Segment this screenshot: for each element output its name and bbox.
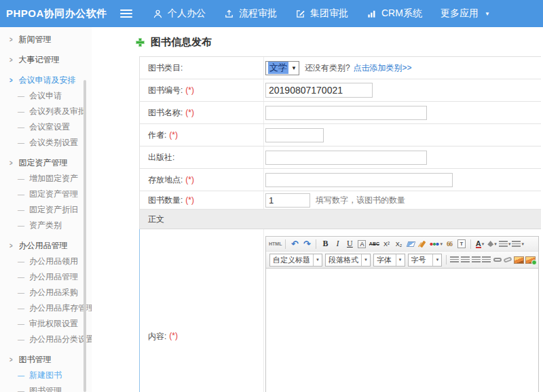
sidebar-item-office-supplies-category-settings[interactable]: —办公用品分类设置 [0, 332, 92, 347]
redo-button[interactable]: ↷ [301, 238, 312, 250]
topbar-item-more-apps[interactable]: 更多应用▼ [441, 7, 490, 20]
blockquote-button[interactable]: 66 [444, 238, 455, 250]
caret-down-icon: ▼ [485, 11, 490, 17]
align-left-button[interactable] [450, 254, 460, 267]
app-logo[interactable]: PHPOA协同办公软件 [0, 7, 120, 20]
sidebar-item-new-book[interactable]: —新建图书 [0, 368, 92, 383]
sidebar-item-label: 会议申请及安排 [18, 75, 75, 86]
book-no-label: 图书编号: (*) [140, 79, 264, 101]
category-select[interactable]: 文学 ▼ [265, 61, 299, 75]
sidebar-item-office-supplies-mgmt-sub[interactable]: —办公用品管理 [0, 269, 92, 285]
sidebar-item-fixed-asset-mgmt[interactable]: >固定资产管理 [0, 155, 92, 171]
sidebar-item-meeting-list-approval[interactable]: —会议列表及审批 [0, 104, 92, 119]
dash-icon: — [18, 320, 24, 328]
insert-image-button[interactable] [514, 254, 524, 267]
superscript-button[interactable]: X² [381, 238, 392, 250]
required-mark: (*) [169, 331, 178, 340]
insert-image-icon [514, 256, 524, 264]
strikethrough-button[interactable]: ABC [369, 238, 379, 250]
align-justify-button[interactable] [482, 254, 491, 267]
body-section-header: 正文 [139, 210, 541, 229]
sidebar-item-approval-permission-settings[interactable]: —审批权限设置 [0, 316, 92, 332]
font-size-select[interactable]: 字号▼ [408, 254, 443, 267]
subscript-icon: X₂ [396, 241, 402, 248]
editor-content-area[interactable] [266, 269, 538, 392]
eraser-button[interactable] [405, 238, 416, 250]
author-input[interactable] [265, 128, 324, 142]
sidebar-item-fixed-asset-mgmt-sub[interactable]: —固定资产管理 [0, 187, 92, 202]
unlink-button[interactable] [503, 254, 512, 267]
book-name-input[interactable] [265, 106, 427, 120]
book-form: 图书类目: 文学 ▼ 还没有类别? 点击添加类别>> 图书编号: (*) [139, 56, 541, 392]
html-source-button[interactable]: HTML [269, 238, 282, 250]
sidebar-item-fixed-asset-depreciation[interactable]: —固定资产折旧 [0, 202, 92, 218]
sidebar-item-label: 资产类别 [29, 220, 62, 231]
italic-icon: I [336, 239, 339, 249]
link-icon [493, 258, 502, 262]
sidebar-item-memo-mgmt[interactable]: >大事记管理 [0, 52, 92, 68]
sidebar: >新闻管理>大事记管理>会议申请及安排—会议申请—会议列表及审批—会议室设置—会… [0, 27, 92, 392]
sidebar-item-label: 办公用品分类设置 [29, 334, 92, 345]
underline-icon: U [347, 239, 353, 249]
topbar-item-personal-office[interactable]: 个人办公 [153, 7, 206, 20]
editor-toolbar-row2: 自定义标题▼段落格式▼字体▼字号▼ [266, 252, 538, 269]
format-brush-icon [420, 240, 426, 247]
paste-text-button[interactable]: T [456, 238, 467, 250]
sidebar-item-office-supplies-purchase[interactable]: —办公用品采购 [0, 285, 92, 300]
caret-down-icon: ▾ [521, 241, 524, 247]
chevron-right-icon: > [10, 159, 13, 167]
publisher-input[interactable] [265, 151, 427, 165]
edit-square-icon [295, 9, 305, 19]
font-style-button[interactable]: A [356, 238, 367, 250]
sidebar-item-meeting-apply[interactable]: —会议申请 [0, 88, 92, 104]
quantity-input[interactable] [265, 193, 310, 208]
topbar-item-crm-system[interactable]: CRM系统 [367, 7, 422, 20]
sidebar-item-label: 会议列表及审批 [29, 106, 86, 117]
sidebar-item-asset-category[interactable]: —资产类别 [0, 218, 92, 233]
dash-icon: — [18, 289, 24, 296]
custom-title-select[interactable]: 自定义标题▼ [269, 254, 322, 267]
sidebar-item-office-supplies-mgmt[interactable]: >办公用品管理 [0, 237, 92, 254]
sidebar-item-office-supplies-claim[interactable]: —办公用品领用 [0, 254, 92, 269]
sidebar-item-office-supplies-inventory[interactable]: —办公用品库存管理 [0, 300, 92, 316]
link-button[interactable] [493, 254, 502, 267]
ink-color-button[interactable]: ▾ [487, 238, 498, 250]
undo-button[interactable]: ↶ [289, 238, 300, 250]
sidebar-item-book-mgmt-sub[interactable]: —图书管理 [0, 383, 92, 392]
sidebar-item-book-mgmt[interactable]: >图书管理 [0, 351, 92, 368]
align-center-button[interactable] [461, 254, 470, 267]
required-mark: (*) [185, 175, 194, 184]
topbar-item-group-approval[interactable]: 集团审批 [295, 7, 348, 20]
sidebar-item-meeting-category-settings[interactable]: —会议类别设置 [0, 135, 92, 151]
add-plus-icon [136, 38, 145, 47]
add-category-link[interactable]: 点击添加类别>> [354, 62, 412, 74]
dash-icon: — [18, 387, 24, 392]
color-palette-button[interactable]: ▾ [430, 238, 443, 250]
toolbar-separator [316, 239, 316, 249]
sidebar-scrollbar[interactable] [83, 80, 86, 392]
font-color-button[interactable]: A▾ [474, 238, 485, 250]
topbar-nav: 个人办公流程审批集团审批CRM系统更多应用▼ [153, 7, 490, 20]
align-right-icon [472, 256, 481, 263]
sidebar-item-add-fixed-asset[interactable]: —增加固定资产 [0, 171, 92, 187]
align-right-button[interactable] [471, 254, 481, 267]
topbar-item-workflow-approval[interactable]: 流程审批 [224, 7, 277, 20]
subscript-button[interactable]: X₂ [393, 238, 404, 250]
sidebar-item-news-mgmt[interactable]: >新闻管理 [0, 31, 92, 47]
topbar-item-label: CRM系统 [381, 7, 422, 20]
required-mark: (*) [185, 195, 194, 205]
location-input[interactable] [265, 173, 453, 187]
unordered-list-button[interactable]: ▾ [512, 238, 524, 250]
bold-button[interactable]: B [320, 238, 331, 250]
italic-button[interactable]: I [332, 238, 343, 250]
format-brush-button[interactable] [417, 238, 428, 250]
font-family-select[interactable]: 字体▼ [373, 254, 405, 267]
sidebar-item-meeting-room-settings[interactable]: —会议室设置 [0, 119, 92, 135]
book-no-input[interactable] [265, 83, 373, 98]
insert-image-upload-button[interactable] [525, 254, 536, 267]
paragraph-format-select[interactable]: 段落格式▼ [325, 254, 371, 267]
ordered-list-button[interactable]: ▾ [499, 238, 511, 250]
sidebar-item-meeting-apply-arrange[interactable]: >会议申请及安排 [0, 72, 92, 88]
hamburger-menu-icon[interactable] [120, 9, 132, 18]
underline-button[interactable]: U [344, 238, 355, 250]
